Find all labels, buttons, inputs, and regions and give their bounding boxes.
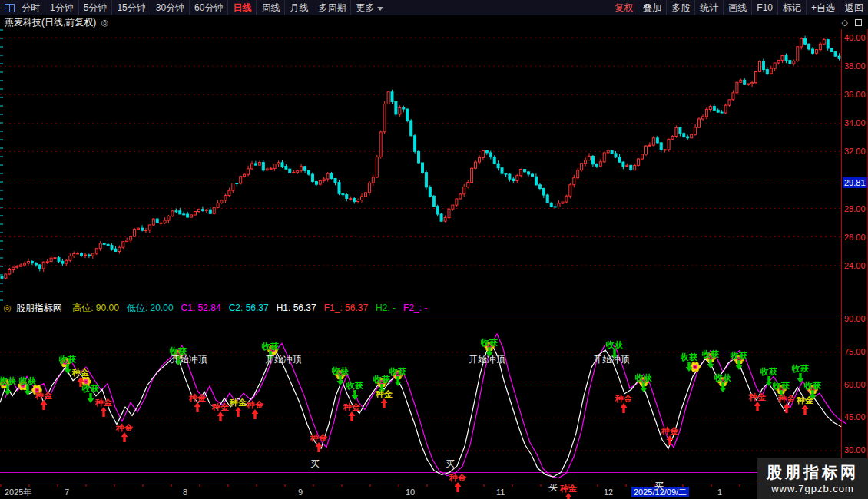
- marker-shouhuo: 收获: [606, 340, 623, 349]
- toolbar-action-1[interactable]: 叠加: [638, 0, 666, 15]
- marker-zhongjin: 种金: [560, 484, 577, 493]
- toolbar-action-7[interactable]: +自选: [806, 0, 840, 15]
- toolbar-period-8[interactable]: 月线: [284, 0, 313, 15]
- titlebar-icons: ◇: [842, 15, 862, 29]
- indicator-icon[interactable]: ◎: [3, 302, 11, 313]
- marker-shouhuo: 收获: [681, 352, 697, 362]
- indicator-chart-panel[interactable]: 收获收获收获收获收获收获收获收获收获收获收获收获收获收获收获收获收获收获收获收获…: [0, 316, 841, 484]
- down-arrow-icon: [395, 376, 402, 386]
- indicator-markers: 收获收获收获收获收获收获收获收获收获收获收获收获收获收获收获收获收获收获收获收获…: [0, 316, 841, 484]
- marker-zhongjin: 种金: [615, 394, 632, 403]
- down-arrow-icon: [641, 382, 648, 392]
- toolbar-action-3[interactable]: 统计: [694, 0, 723, 15]
- date-label: 11: [496, 487, 505, 497]
- up-arrow-icon: [802, 405, 809, 415]
- indicator-param: F2_: -: [403, 302, 427, 313]
- marker-mai: 买: [310, 459, 320, 468]
- indicator-param: C2: 56.37: [229, 302, 269, 313]
- up-arrow-icon: [121, 432, 128, 442]
- date-label: 9: [298, 487, 303, 497]
- toolbar-action-5[interactable]: F10: [751, 0, 777, 15]
- title-dropdown-icon[interactable]: ◎: [101, 18, 109, 27]
- marker-shouhuo: 收获: [346, 381, 363, 390]
- down-arrow-icon: [25, 385, 31, 395]
- toolbar-action-8[interactable]: 返回: [840, 0, 868, 15]
- marker-shouhuo: 收获: [19, 376, 36, 385]
- toolbar-action-4[interactable]: 画线: [723, 0, 751, 15]
- price-axis-label: 28.00: [844, 204, 866, 214]
- indicator-header: ◎ 股朋指标网 高位: 90.00低位: 20.00C1: 52.84C2: 5…: [0, 301, 841, 316]
- toolbar-period-0[interactable]: 分时: [17, 0, 45, 15]
- date-label: 12: [604, 487, 613, 497]
- date-label: 1: [717, 487, 722, 497]
- marker-kaishi-chongding: 开始冲顶: [265, 355, 302, 364]
- marker-zhongjin: 种金: [212, 402, 229, 411]
- indicator-name[interactable]: 股朋指标网: [16, 302, 62, 313]
- window-restore-icon[interactable]: [855, 19, 862, 26]
- up-arrow-icon: [252, 409, 259, 419]
- down-arrow-icon: [736, 360, 743, 370]
- up-arrow-icon: [41, 400, 48, 410]
- down-arrow-icon: [707, 359, 714, 368]
- price-axis-label: 38.00: [844, 61, 866, 71]
- toolbar-period-4[interactable]: 30分钟: [151, 0, 189, 15]
- price-axis-label: 26.00: [844, 233, 866, 243]
- toolbar-period-9[interactable]: 多周期: [313, 0, 350, 15]
- toolbar-period-1[interactable]: 1分钟: [45, 0, 78, 15]
- toolbar-action-0[interactable]: 复权: [610, 0, 638, 15]
- marker-zhongjin: 种金: [343, 402, 360, 411]
- marker-shouhuo: 收获: [804, 381, 821, 390]
- marker-kaishi-chongding: 开始冲顶: [593, 355, 630, 364]
- candlestick-chart: [0, 29, 841, 301]
- up-arrow-icon: [381, 398, 388, 408]
- marker-shouhuo: 收获: [373, 375, 390, 384]
- indicator-param: 低位: 20.00: [127, 302, 174, 313]
- date-axis: 2025年7891011122025/12/09/二1: [0, 484, 868, 499]
- up-arrow-icon: [217, 411, 224, 421]
- indicator-axis-label: 30.00: [844, 445, 866, 455]
- marker-shouhuo: 收获: [262, 342, 279, 351]
- down-arrow-icon: [797, 373, 804, 383]
- toolbar-action-6[interactable]: 标记: [777, 0, 806, 15]
- marker-shouhuo: 收获: [792, 364, 809, 373]
- toolbar-period-3[interactable]: 15分钟: [111, 0, 150, 15]
- indicator-axis-label: 75.00: [844, 347, 866, 357]
- toolbar-period-2[interactable]: 5分钟: [78, 0, 112, 15]
- marker-kaishi-chongding: 开始冲顶: [171, 355, 207, 364]
- price-axis-label: 34.00: [844, 118, 866, 128]
- toolbar-action-2[interactable]: 多股: [666, 0, 694, 15]
- toolbar-period-10[interactable]: 更多: [350, 0, 388, 15]
- marker-kaishi-chongding: 开始冲顶: [469, 355, 505, 364]
- marker-zhongjin: 种金: [95, 398, 112, 407]
- up-arrow-icon: [621, 403, 628, 413]
- marker-shouhuo: 收获: [389, 367, 406, 376]
- grid-window-icon[interactable]: [5, 4, 15, 12]
- price-axis-label: 40.00: [844, 33, 866, 43]
- indicator-param: C1: 52.84: [181, 302, 221, 313]
- toolbar-period-5[interactable]: 60分钟: [189, 0, 227, 15]
- marker-zhongjin: 种金: [189, 393, 206, 402]
- indicator-param: 高位: 90.00: [72, 302, 119, 313]
- date-label: 2025年: [5, 487, 31, 497]
- marker-zhongjin: 种金: [247, 400, 263, 409]
- marker-shouhuo: 收获: [0, 376, 16, 385]
- indicator-axis-label: 45.00: [844, 412, 866, 422]
- down-arrow-icon: [88, 393, 94, 403]
- watermark: 股朋指标网 www.7gpzb.com: [757, 458, 868, 499]
- period-toolbar: 分时1分钟5分钟15分钟30分钟60分钟日线周线月线多周期更多: [0, 0, 388, 15]
- up-arrow-icon: [455, 482, 462, 492]
- chevron-down-icon: [377, 7, 383, 11]
- marker-mai: 买: [654, 481, 664, 491]
- candlestick-chart-panel[interactable]: [0, 29, 841, 301]
- marker-shouhuo: 收获: [714, 373, 731, 382]
- indicator-axis-label: 60.00: [844, 380, 866, 390]
- marker-shouhuo: 收获: [59, 355, 76, 364]
- marker-shouhuo: 收获: [635, 373, 652, 382]
- price-axis-label: 36.00: [844, 90, 866, 100]
- diamond-icon[interactable]: ◇: [842, 15, 848, 29]
- toolbar-period-7[interactable]: 周线: [256, 0, 284, 15]
- toolbar-period-6[interactable]: 日线: [227, 0, 256, 15]
- indicator-axis-label: 90.00: [844, 314, 866, 324]
- marker-zhongjin: 种金: [35, 391, 52, 400]
- up-arrow-icon: [101, 407, 108, 417]
